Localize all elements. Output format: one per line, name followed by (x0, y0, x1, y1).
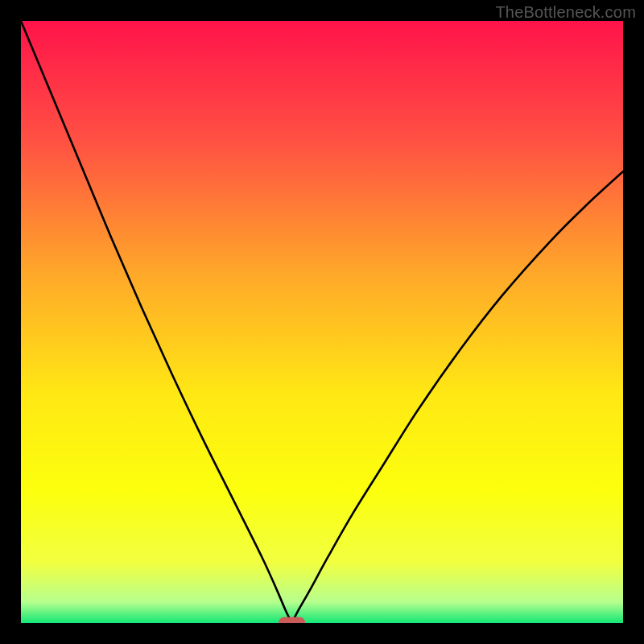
watermark-text: TheBottleneck.com (495, 3, 636, 22)
chart-canvas (21, 21, 623, 623)
gradient-background (21, 21, 623, 623)
minimum-marker (279, 617, 306, 623)
plot-frame (21, 21, 623, 623)
